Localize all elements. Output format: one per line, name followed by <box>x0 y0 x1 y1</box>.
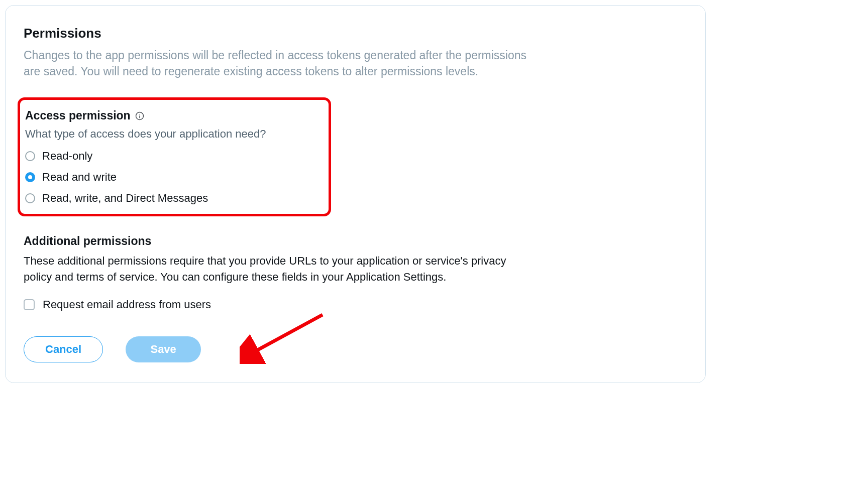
additional-permissions-description: These additional permissions require tha… <box>24 253 516 285</box>
radio-label: Read, write, and Direct Messages <box>42 192 208 205</box>
radio-read-only[interactable]: Read-only <box>25 150 323 163</box>
radio-indicator <box>25 151 35 161</box>
button-row: Cancel Save <box>24 336 687 362</box>
request-email-checkbox[interactable]: Request email address from users <box>24 298 687 311</box>
permissions-card: Permissions Changes to the app permissio… <box>5 5 706 383</box>
checkbox-label: Request email address from users <box>43 298 211 311</box>
permissions-title: Permissions <box>24 26 687 41</box>
radio-read-write[interactable]: Read and write <box>25 171 323 184</box>
radio-label: Read and write <box>42 171 117 184</box>
info-icon[interactable] <box>135 111 145 121</box>
radio-indicator <box>25 193 35 203</box>
radio-indicator <box>25 172 35 182</box>
radio-read-write-dm[interactable]: Read, write, and Direct Messages <box>25 192 323 205</box>
svg-point-1 <box>139 114 140 115</box>
access-permission-header: Access permission <box>22 109 323 122</box>
checkbox-indicator <box>24 299 35 310</box>
access-permission-highlight: Access permission What type of access do… <box>18 97 331 216</box>
cancel-button[interactable]: Cancel <box>24 336 103 362</box>
radio-label: Read-only <box>42 150 92 163</box>
access-permission-question: What type of access does your applicatio… <box>22 128 323 141</box>
permissions-description: Changes to the app permissions will be r… <box>24 47 536 79</box>
save-button[interactable]: Save <box>126 336 201 362</box>
additional-permissions-section: Additional permissions These additional … <box>24 234 687 311</box>
access-permission-label: Access permission <box>25 109 131 122</box>
access-permission-radio-group: Read-only Read and write Read, write, an… <box>22 150 323 205</box>
annotation-arrow-icon <box>240 309 330 364</box>
additional-permissions-title: Additional permissions <box>24 234 687 248</box>
svg-line-4 <box>252 315 323 353</box>
